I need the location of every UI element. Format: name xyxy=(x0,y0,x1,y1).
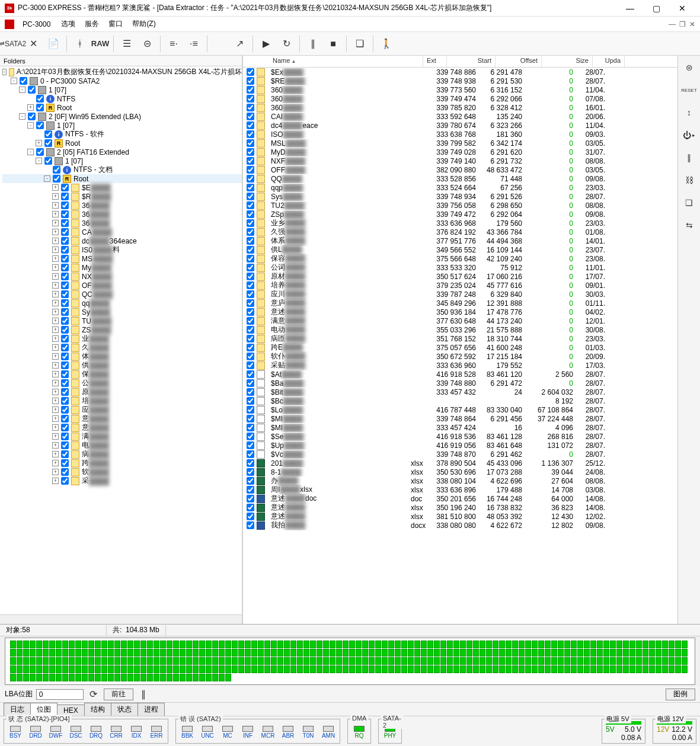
tree-row[interactable]: +CA████ xyxy=(2,228,242,236)
tree-checkbox[interactable] xyxy=(61,308,69,316)
tree-checkbox[interactable] xyxy=(61,388,69,396)
file-checkbox[interactable] xyxy=(247,68,254,76)
file-checkbox[interactable] xyxy=(247,255,254,262)
file-checkbox[interactable] xyxy=(247,228,254,236)
file-row[interactable]: 意述████xlsx350 196 24016 738 83236 82314/… xyxy=(243,503,677,512)
file-row[interactable]: 应川████339 787 2486 329 840030/03. xyxy=(243,290,677,299)
file-checkbox[interactable] xyxy=(247,166,254,174)
file-checkbox[interactable] xyxy=(247,175,254,183)
tree-checkbox[interactable] xyxy=(61,237,69,245)
expand-icon[interactable]: + xyxy=(52,353,59,360)
tree-row[interactable]: +IS0████料 xyxy=(2,245,242,254)
tree-row[interactable]: iNTFS xyxy=(2,94,242,103)
file-row[interactable]: $At████416 918 52883 461 1202 56028/07. xyxy=(243,370,677,379)
close-button[interactable]: ✕ xyxy=(669,0,695,17)
file-row[interactable]: Sys████339 748 9346 291 526028/07. xyxy=(243,192,677,201)
tree-checkbox[interactable] xyxy=(61,317,69,325)
tree-row[interactable]: +供████ xyxy=(2,361,242,370)
file-row[interactable]: 满意████377 630 64844 173 240012/01. xyxy=(243,316,677,325)
file-checkbox[interactable] xyxy=(247,317,254,325)
tree-row[interactable]: +公████ xyxy=(2,379,242,388)
expand-icon[interactable]: - xyxy=(19,113,25,120)
tree-row[interactable]: +培████ xyxy=(2,396,242,405)
tree-checkbox[interactable] xyxy=(44,130,52,138)
file-checkbox[interactable] xyxy=(247,353,254,360)
expand-icon[interactable]: + xyxy=(52,202,59,209)
tree-row[interactable]: -RRoot xyxy=(2,174,242,183)
expand-icon[interactable]: + xyxy=(52,380,59,386)
file-checkbox[interactable] xyxy=(247,370,254,378)
tree-checkbox[interactable] xyxy=(61,210,69,218)
tree-checkbox[interactable] xyxy=(36,121,44,129)
mdi-minimize-icon[interactable]: — xyxy=(669,20,676,28)
expand-icon[interactable]: - xyxy=(36,158,42,164)
file-row[interactable]: 360████339 785 8206 328 412016/01. xyxy=(243,103,677,112)
expand-icon[interactable]: + xyxy=(52,415,59,422)
expand-icon[interactable]: + xyxy=(52,291,59,297)
tree-row[interactable]: +体████ xyxy=(2,352,242,361)
tree-row[interactable]: +QC████ xyxy=(2,290,242,299)
expand-icon[interactable]: + xyxy=(52,398,59,404)
lba-bitmap[interactable] xyxy=(5,638,695,685)
expand-icon[interactable]: + xyxy=(52,246,59,253)
file-row[interactable]: 360████339 773 5606 316 152011/04. xyxy=(243,85,677,94)
file-checkbox[interactable] xyxy=(247,335,254,342)
file-row[interactable]: TU2████339 756 0586 298 650008/08. xyxy=(243,201,677,210)
col-Size[interactable]: Size xyxy=(542,56,593,67)
minimize-button[interactable]: — xyxy=(617,0,643,17)
file-checkbox[interactable] xyxy=(247,246,254,254)
file-row[interactable]: $MI████339 748 8646 291 45637 224 44828/… xyxy=(243,414,677,423)
tree-checkbox[interactable] xyxy=(61,433,69,440)
expand-icon[interactable]: + xyxy=(52,318,59,324)
tree-checkbox[interactable] xyxy=(61,353,69,360)
tab-结构[interactable]: 结构 xyxy=(84,703,111,716)
expand-icon[interactable]: + xyxy=(52,442,59,449)
file-row[interactable]: $Up████416 919 05683 461 648131 07228/07… xyxy=(243,441,677,450)
file-checkbox[interactable] xyxy=(247,388,254,396)
expand-icon[interactable]: + xyxy=(52,193,59,200)
nav-pause-icon[interactable]: ∥ xyxy=(137,689,150,700)
expand-icon[interactable]: + xyxy=(52,469,59,475)
tree-row[interactable]: -1 [07] xyxy=(2,121,242,130)
lba-input[interactable] xyxy=(36,689,84,700)
expand-icon[interactable]: + xyxy=(52,184,59,191)
file-checkbox[interactable] xyxy=(247,157,254,165)
file-checkbox[interactable] xyxy=(247,193,254,200)
file-checkbox[interactable] xyxy=(247,210,254,218)
file-checkbox[interactable] xyxy=(247,299,254,307)
file-checkbox[interactable] xyxy=(247,468,254,476)
file-checkbox[interactable] xyxy=(247,201,254,209)
file-checkbox[interactable] xyxy=(247,184,254,191)
loop-button[interactable]: ↻ xyxy=(277,34,296,53)
expand-icon[interactable]: + xyxy=(52,309,59,315)
tab-进程[interactable]: 进程 xyxy=(138,703,165,716)
file-row[interactable]: 体系████377 951 77644 494 368014/01. xyxy=(243,236,677,245)
file-checkbox[interactable] xyxy=(247,326,254,334)
file-row[interactable]: dc4████eace339 780 6746 323 266011/04. xyxy=(243,121,677,130)
tree-row[interactable]: +跨████ xyxy=(2,459,242,468)
tree-checkbox[interactable] xyxy=(61,379,69,387)
file-row[interactable]: 意述████xlsx381 510 80048 053 39212 43012/… xyxy=(243,512,677,521)
file-checkbox[interactable] xyxy=(247,95,254,103)
tab-日志[interactable]: 日志 xyxy=(4,703,31,716)
mdi-restore-icon[interactable]: ❐ xyxy=(679,20,686,28)
file-row[interactable]: 周I████xlsxxlsx333 636 896179 48814 70803… xyxy=(243,485,677,494)
tree-row[interactable]: +NX████ xyxy=(2,272,242,281)
brand-label[interactable]: PC-3000 xyxy=(18,19,55,30)
col-Name[interactable]: Name xyxy=(269,56,423,67)
scan-button[interactable]: ᚼ xyxy=(71,34,90,53)
expand-icon[interactable]: + xyxy=(27,104,34,111)
expand-icon[interactable]: + xyxy=(52,282,59,289)
file-row[interactable]: CAI████333 592 648135 240020/06. xyxy=(243,112,677,121)
file-checkbox[interactable] xyxy=(247,406,254,414)
tree-checkbox[interactable] xyxy=(61,335,69,342)
file-row[interactable]: 业乡████333 636 968179 560023/03. xyxy=(243,219,677,228)
col-Ext[interactable]: Ext xyxy=(423,56,447,67)
col-Start[interactable]: Start xyxy=(447,56,496,67)
expand-icon[interactable]: + xyxy=(52,460,59,466)
file-row[interactable]: 意述████docdoc350 201 65616 744 24864 0001… xyxy=(243,494,677,503)
tree-checkbox[interactable] xyxy=(36,95,44,103)
file-row[interactable]: 8-1████xlsx350 530 69617 073 28839 04424… xyxy=(243,468,677,476)
file-row[interactable]: 软仆████350 672 59217 215 184020/09. xyxy=(243,352,677,361)
tree-checkbox[interactable] xyxy=(61,370,69,378)
